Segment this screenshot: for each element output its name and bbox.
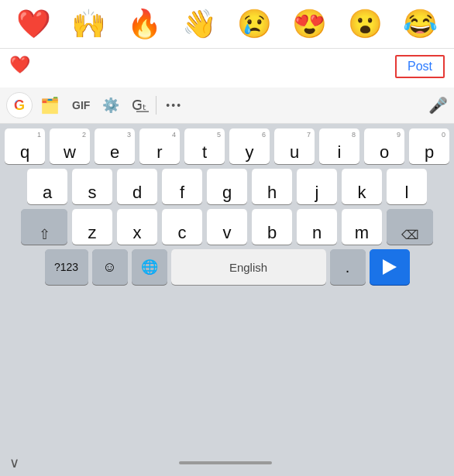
keyboard-row-1: 1q 2w 3e 4r 5t 6y 7u 8i 9o 0p	[3, 128, 451, 164]
emoji-cry[interactable]: 😢	[237, 8, 272, 40]
more-button[interactable]: •••	[161, 96, 187, 115]
post-button[interactable]: Post	[395, 55, 445, 78]
key-j[interactable]: j	[297, 169, 337, 204]
key-l[interactable]: l	[387, 169, 427, 204]
emoji-fire[interactable]: 🔥	[127, 8, 162, 40]
key-m[interactable]: m	[342, 209, 382, 245]
gif-button[interactable]: GIF	[67, 96, 95, 115]
key-c[interactable]: c	[162, 209, 202, 245]
key-u[interactable]: 7u	[274, 128, 315, 164]
home-indicator	[179, 461, 272, 464]
key-v[interactable]: v	[207, 209, 247, 245]
more-icon: •••	[166, 99, 182, 111]
delete-key[interactable]: ⌫	[387, 209, 433, 245]
emoji-face-icon: ☺	[102, 259, 116, 276]
settings-icon: ⚙️	[102, 97, 119, 114]
key-x[interactable]: x	[117, 209, 157, 245]
key-t[interactable]: 5t	[184, 128, 225, 164]
num-key[interactable]: ?123	[45, 249, 88, 285]
keyboard-bottom-row: ?123 ☺ 🌐 English .	[3, 249, 451, 285]
toolbar-row: G 🗂️ GIF ⚙️ G͟ₜ ••• 🎤	[0, 87, 454, 124]
key-q[interactable]: 1q	[5, 128, 45, 164]
key-d[interactable]: d	[117, 169, 157, 204]
sticker-button[interactable]: 🗂️	[36, 93, 64, 118]
mic-icon: 🎤	[428, 97, 448, 114]
settings-button[interactable]: ⚙️	[98, 94, 124, 117]
key-n[interactable]: n	[297, 209, 337, 245]
emoji-heart-eyes[interactable]: 😍	[292, 8, 327, 40]
selected-emoji: ❤️	[9, 55, 30, 75]
key-s[interactable]: s	[72, 169, 112, 204]
emoji-laugh-cry[interactable]: 😂	[403, 8, 438, 40]
sticker-icon: 🗂️	[40, 96, 60, 115]
key-z[interactable]: z	[72, 209, 112, 245]
footer-bar: ∨	[0, 451, 454, 476]
globe-icon: 🌐	[141, 259, 158, 276]
shift-key[interactable]: ⇧	[21, 209, 67, 245]
translate-icon: G͟ₜ	[132, 97, 146, 114]
key-p[interactable]: 0p	[409, 128, 449, 164]
key-r[interactable]: 4r	[139, 128, 180, 164]
keyboard: 1q 2w 3e 4r 5t 6y 7u 8i 9o 0p a s d f g …	[0, 124, 454, 451]
space-key[interactable]: English	[171, 249, 326, 285]
emoji-heart[interactable]: ❤️	[16, 8, 51, 40]
mic-button[interactable]: 🎤	[428, 96, 448, 115]
space-label: English	[229, 261, 267, 274]
send-key[interactable]	[370, 249, 410, 285]
google-icon: G	[14, 98, 25, 114]
emoji-raising-hands[interactable]: 🙌	[71, 8, 106, 40]
gif-label: GIF	[72, 99, 90, 111]
key-y[interactable]: 6y	[229, 128, 270, 164]
chevron-down-icon[interactable]: ∨	[9, 454, 19, 471]
emoji-row: ❤️ 🙌 🔥 👋 😢 😍 😮 😂	[0, 0, 454, 49]
key-h[interactable]: h	[252, 169, 292, 204]
send-icon	[383, 259, 397, 275]
key-e[interactable]: 3e	[95, 128, 135, 164]
period-key[interactable]: .	[330, 249, 366, 285]
emoji-surprised[interactable]: 😮	[348, 8, 383, 40]
key-g[interactable]: g	[207, 169, 247, 204]
key-o[interactable]: 9o	[364, 128, 404, 164]
key-k[interactable]: k	[342, 169, 382, 204]
toolbar-divider	[156, 96, 156, 115]
translate-button[interactable]: G͟ₜ	[127, 94, 151, 117]
post-area: ❤️ Post	[0, 49, 454, 87]
google-button[interactable]: G	[6, 92, 33, 118]
num-label: ?123	[54, 261, 78, 273]
key-a[interactable]: a	[27, 169, 67, 204]
globe-key[interactable]: 🌐	[132, 249, 167, 285]
keyboard-row-3: ⇧ z x c v b n m ⌫	[3, 209, 451, 245]
key-w[interactable]: 2w	[50, 128, 90, 164]
period-label: .	[346, 259, 350, 276]
emoji-wave[interactable]: 👋	[182, 8, 217, 40]
key-f[interactable]: f	[162, 169, 202, 204]
emoji-key[interactable]: ☺	[92, 249, 128, 285]
keyboard-row-2: a s d f g h j k l	[3, 169, 451, 204]
key-b[interactable]: b	[252, 209, 292, 245]
key-i[interactable]: 8i	[319, 128, 359, 164]
post-content: ❤️	[9, 55, 30, 75]
